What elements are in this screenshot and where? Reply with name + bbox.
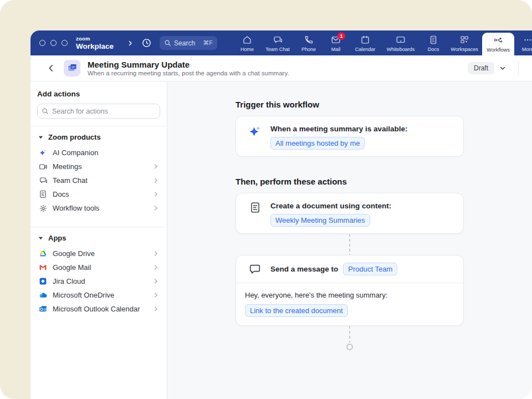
window-dot[interactable] xyxy=(50,40,57,46)
chevron-down-icon[interactable] xyxy=(499,65,506,71)
nav-item-home[interactable]: Home xyxy=(234,30,260,55)
workflow-thumbnail-icon xyxy=(64,60,80,76)
workspaces-icon xyxy=(459,35,469,45)
trigger-chip[interactable]: All meetings hosted by me xyxy=(270,137,365,150)
trigger-title: When a meeting summary is available: xyxy=(270,124,408,134)
sidebar-item-workflow-tools[interactable]: Workflow tools xyxy=(37,201,160,215)
zoom-workplace-window: zoom Workplace Search ⌘F Home xyxy=(30,30,532,399)
window-dot[interactable] xyxy=(62,40,68,46)
section-zoom-products[interactable]: Zoom products xyxy=(37,126,160,146)
search-actions-input[interactable] xyxy=(37,104,160,119)
top-navbar: zoom Workplace Search ⌘F Home xyxy=(30,30,532,55)
actions-heading: Then, perform these actions xyxy=(236,177,464,186)
logo-workplace: Workplace xyxy=(76,43,114,50)
ai-sparkle-icon xyxy=(248,124,262,150)
chevron-right-icon xyxy=(153,163,159,170)
global-search-button[interactable]: Search ⌘F xyxy=(160,36,217,50)
chevron-right-icon xyxy=(153,205,159,211)
workflows-icon xyxy=(493,35,503,45)
more-icon xyxy=(523,35,532,45)
action-title: Create a document using content: xyxy=(270,201,391,211)
onedrive-icon xyxy=(38,291,48,300)
action-card-send-message[interactable]: Send a message to Product Team Hey, ever… xyxy=(236,255,464,326)
chevron-right-icon[interactable] xyxy=(127,40,134,47)
nav-item-calendar[interactable]: Calendar xyxy=(349,30,381,55)
sidebar-title: Add actions xyxy=(37,90,160,98)
trigger-card[interactable]: When a meeting summary is available: All… xyxy=(236,116,464,157)
google-drive-icon xyxy=(38,249,48,258)
sidebar-item-google-drive[interactable]: Google Drive xyxy=(37,247,160,260)
sidebar-item-team-chat[interactable]: Team Chat xyxy=(37,173,160,187)
caret-down-icon xyxy=(38,135,43,140)
document-link-chip[interactable]: Link to the created document xyxy=(245,304,348,317)
connector-line xyxy=(349,234,350,255)
chevron-left-icon xyxy=(47,64,55,72)
team-chat-icon xyxy=(273,35,283,45)
team-chat-icon xyxy=(38,176,48,185)
nav-item-phone[interactable]: Phone xyxy=(295,30,323,55)
search-icon xyxy=(164,39,171,47)
sidebar-item-microsoft-outlook-calendar[interactable]: Microsoft Outlook Calendar xyxy=(37,302,160,316)
sidebar-item-jira-cloud[interactable]: Jira Cloud xyxy=(37,274,160,288)
google-mail-icon xyxy=(38,263,48,272)
page-subtitle: When a recurring meeting starts, post th… xyxy=(88,69,289,77)
history-icon[interactable] xyxy=(141,38,152,48)
nav-item-more[interactable]: More xyxy=(514,30,532,55)
apps-items: Google Drive Google Mail Jira Cloud xyxy=(37,247,160,320)
workflow-canvas: Trigger this workflow When a meeting sum… xyxy=(167,81,532,399)
calendar-icon xyxy=(360,35,370,45)
chevron-right-icon xyxy=(153,177,159,183)
nav-item-docs[interactable]: Docs xyxy=(420,30,447,55)
search-shortcut: ⌘F xyxy=(203,39,213,47)
ai-companion-icon xyxy=(38,149,48,157)
status-badge[interactable]: Draft xyxy=(468,62,494,74)
sidebar-item-ai-companion[interactable]: AI Companion xyxy=(37,146,160,160)
window-dot[interactable] xyxy=(39,40,45,46)
nav-item-workspaces[interactable]: Workspaces xyxy=(447,30,482,55)
nav-item-team-chat[interactable]: Team Chat xyxy=(260,30,295,55)
nav-item-mail[interactable]: 1 Mail xyxy=(323,30,349,55)
action-card-create-document[interactable]: Create a document using content: Weekly … xyxy=(236,193,464,234)
document-icon xyxy=(248,201,262,227)
search-icon xyxy=(42,108,49,115)
body: Add actions Zoom products AI Companion xyxy=(30,81,532,399)
navbar-items: Home Team Chat Phone 1 Mail xyxy=(234,30,532,55)
window-controls[interactable] xyxy=(39,40,68,46)
mail-badge: 1 xyxy=(337,32,345,40)
meetings-icon xyxy=(38,162,48,171)
workflow-header: Meeting Summary Update When a recurring … xyxy=(30,55,532,81)
zoom-products-items: AI Companion Meetings Team Chat D xyxy=(37,146,160,219)
sidebar-item-google-mail[interactable]: Google Mail xyxy=(37,260,160,274)
nav-item-workflows[interactable]: Workflows xyxy=(482,33,514,55)
message-text: Hey, everyone, here's the meeting summar… xyxy=(245,290,454,300)
search-placeholder: Search xyxy=(174,39,203,47)
nav-item-whiteboards[interactable]: Whiteboards xyxy=(381,30,420,55)
section-apps[interactable]: Apps xyxy=(37,227,160,247)
caret-down-icon xyxy=(38,236,43,241)
trigger-heading: Trigger this workflow xyxy=(236,100,464,109)
chevron-right-icon xyxy=(153,292,159,298)
home-icon xyxy=(242,35,252,45)
connector-line xyxy=(349,326,350,342)
sidebar-item-docs[interactable]: Docs xyxy=(37,187,160,201)
sidebar-item-microsoft-onedrive[interactable]: Microsoft OneDrive xyxy=(37,288,160,302)
workflow-titles: Meeting Summary Update When a recurring … xyxy=(88,60,289,77)
whiteboard-icon xyxy=(396,35,406,45)
chevron-right-icon xyxy=(153,250,159,257)
zoom-workplace-logo: zoom Workplace xyxy=(76,36,114,50)
header-right: Draft xyxy=(468,61,532,75)
end-node-circle[interactable] xyxy=(346,344,353,350)
chevron-right-icon xyxy=(153,191,159,197)
recipient-chip[interactable]: Product Team xyxy=(343,263,397,275)
docs-icon xyxy=(38,190,48,198)
sidebar-item-meetings[interactable]: Meetings xyxy=(37,160,160,173)
jira-icon xyxy=(38,277,48,285)
mail-icon: 1 xyxy=(331,35,341,45)
docs-icon xyxy=(428,35,438,45)
chevron-right-icon xyxy=(153,306,159,312)
page-title: Meeting Summary Update xyxy=(88,60,289,69)
gear-icon xyxy=(38,204,48,213)
action-title: Send a message to xyxy=(270,264,338,274)
action-chip[interactable]: Weekly Meeting Summaries xyxy=(270,214,370,227)
back-button[interactable] xyxy=(47,64,55,72)
